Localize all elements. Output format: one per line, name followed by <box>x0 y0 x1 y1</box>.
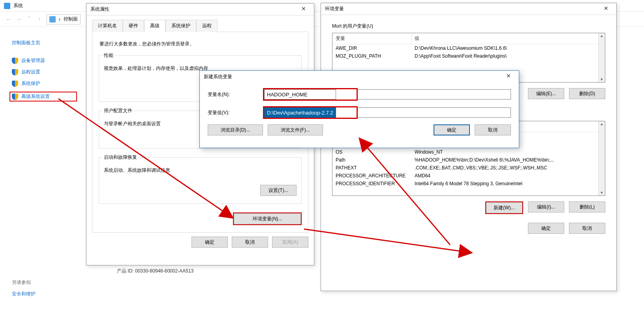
table-row[interactable]: PROCESSOR_ARCHITECTUREAMD64 <box>332 172 598 180</box>
edit-button[interactable]: 编辑(E)... <box>528 88 564 99</box>
chevron-up-icon[interactable]: ▲ <box>600 34 604 38</box>
delete-button[interactable]: 删除(D) <box>569 88 605 99</box>
settings-button[interactable]: 设置(T)... <box>260 185 297 196</box>
sidebar-item-label: 设备管理器 <box>21 57 45 64</box>
table-row[interactable]: MOZ_PLUGIN_PATHD:\App\Foxit Software\Fox… <box>332 52 598 60</box>
dialog-footer: 确定 取消 <box>321 214 616 234</box>
cp-home-link[interactable]: 控制面板主页 <box>12 39 77 46</box>
group-legend: 启动和故障恢复 <box>102 154 139 161</box>
shield-icon <box>12 69 18 75</box>
close-icon[interactable]: ✕ <box>297 6 310 13</box>
scrollbar[interactable]: ▲▼ <box>598 33 605 82</box>
var-value-input-ext[interactable] <box>358 107 511 118</box>
ok-button[interactable]: 确定 <box>528 223 564 234</box>
chevron-down-icon[interactable]: ▼ <box>600 191 604 195</box>
edit-button[interactable]: 编辑(I)... <box>528 201 564 212</box>
dialog-footer: 浏览目录(D)... 浏览文件(F)... 确定 取消 <box>200 124 519 139</box>
var-value-input[interactable] <box>264 107 336 118</box>
shield-icon <box>12 58 18 64</box>
control-panel-sidebar: 控制面板主页 设备管理器 远程设置 系统保护 高级系统设置 另请参阅 安全和维护 <box>0 36 85 306</box>
scrollbar[interactable]: ▲▼ <box>598 121 605 195</box>
table-row[interactable]: PATHEXT.COM;.EXE;.BAT;.CMD;.VBS;.VBE;.JS… <box>332 164 598 172</box>
chevron-down-icon[interactable]: ▼ <box>600 77 604 81</box>
sidebar-item-label: 系统保护 <box>21 80 40 87</box>
group-legend: 性能 <box>102 52 115 59</box>
admin-note: 要进行大多数更改，您必须作为管理员登录。 <box>100 41 301 47</box>
apply-button[interactable]: 应用(A) <box>272 237 308 248</box>
dialog-titlebar: 系统属性 ✕ <box>86 4 314 15</box>
sidebar-item-advanced-settings[interactable]: 高级系统设置 <box>9 92 77 101</box>
new-system-var-dialog: 新建系统变量 ✕ 变量名(N): 变量值(V): 浏览目录(D)... 浏览文件… <box>199 70 519 148</box>
group-startup: 启动和故障恢复 系统启动、系统故障和调试信息 设置(T)... <box>99 157 302 204</box>
browse-dir-button[interactable]: 浏览目录(D)... <box>208 124 263 135</box>
table-row[interactable]: AWE_DIRD:\Dev\Khrona LLC\Awesomium SDK\1… <box>332 44 598 52</box>
address-bar[interactable]: › 控制面 <box>47 14 81 24</box>
var-name-input-ext[interactable] <box>358 89 511 100</box>
sidebar-item-label: 远程设置 <box>21 69 40 75</box>
table-row[interactable]: OSWindows_NT <box>332 148 598 156</box>
dialog-title: 环境变量 <box>325 6 344 12</box>
ok-button[interactable]: 确定 <box>192 237 228 248</box>
breadcrumb[interactable]: 控制面 <box>64 16 78 23</box>
chevron-right-icon: › <box>59 17 60 22</box>
dialog-title: 新建系统变量 <box>204 73 232 80</box>
shield-icon <box>12 94 18 100</box>
sidebar-item-protection[interactable]: 系统保护 <box>12 80 77 87</box>
sidebar-item-label: 安全和维护 <box>12 291 36 297</box>
tab-advanced[interactable]: 高级 <box>144 20 165 32</box>
recent-icon[interactable]: ˅ <box>26 16 32 23</box>
cancel-button[interactable]: 取消 <box>232 237 268 248</box>
sidebar-item-remote[interactable]: 远程设置 <box>12 69 77 75</box>
tabs: 计算机名 硬件 高级 系统保护 远程 <box>86 15 314 32</box>
th-val[interactable]: 值 <box>411 33 598 44</box>
dialog-titlebar: 新建系统变量 ✕ <box>200 71 519 83</box>
ok-button[interactable]: 确定 <box>434 124 470 135</box>
product-id: 产品 ID: 00330-80948-60002-AA513 <box>117 268 193 274</box>
chevron-up-icon[interactable]: ▲ <box>600 122 604 126</box>
var-name-input[interactable] <box>264 89 336 100</box>
window-title: 系统 <box>13 2 23 9</box>
var-name-row: 变量名(N): <box>208 88 511 101</box>
back-icon[interactable]: ← <box>6 16 12 23</box>
highlight: 新建(W)... <box>485 201 523 214</box>
close-icon[interactable]: ✕ <box>600 5 612 13</box>
group-legend: 用户配置文件 <box>102 107 134 114</box>
system-icon <box>4 3 10 9</box>
pc-icon <box>49 16 56 23</box>
up-icon[interactable]: ↑ <box>36 16 43 23</box>
var-value-label: 变量值(V): <box>208 109 263 116</box>
sidebar-item-label: 高级系统设置 <box>21 93 50 100</box>
th-var[interactable]: 变量 <box>332 33 411 44</box>
close-icon[interactable]: ✕ <box>502 73 515 81</box>
table-header: 变量 值 <box>332 33 598 44</box>
cancel-button[interactable]: 取消 <box>569 223 605 234</box>
dialog-footer: 确定 取消 应用(A) <box>86 233 314 253</box>
shield-icon <box>12 81 18 87</box>
env-vars-button[interactable]: 环境变量(N)... <box>234 213 301 224</box>
forward-icon[interactable]: → <box>16 16 22 23</box>
sys-vars-buttons: 新建(W)... 编辑(I)... 删除(L) <box>321 201 605 214</box>
table-row[interactable]: PROCESSOR_IDENTIFIERIntel64 Family 6 Mod… <box>332 180 598 188</box>
user-vars-label: Mort 的用户变量(U) <box>332 23 616 30</box>
tab-hardware[interactable]: 硬件 <box>123 20 144 32</box>
var-value-row: 变量值(V): <box>208 106 511 119</box>
see-also-label: 另请参阅 <box>12 279 77 286</box>
dialog-titlebar: 环境变量 ✕ <box>321 3 616 15</box>
tab-protection[interactable]: 系统保护 <box>165 20 196 32</box>
table-row[interactable]: Path%HADOOP_HOME%\bin;D:\Dev\Xshell 6\;%… <box>332 156 598 164</box>
tab-remote[interactable]: 远程 <box>196 20 218 32</box>
var-name-label: 变量名(N): <box>208 91 263 98</box>
cancel-button[interactable]: 取消 <box>475 124 511 135</box>
sidebar-item-device-manager[interactable]: 设备管理器 <box>12 57 77 64</box>
delete-button[interactable]: 删除(L) <box>569 201 605 212</box>
group-desc: 系统启动、系统故障和调试信息 <box>104 167 297 174</box>
new-button[interactable]: 新建(W)... <box>486 202 522 213</box>
browse-file-button[interactable]: 浏览文件(F)... <box>268 124 323 135</box>
dialog-title: 系统属性 <box>90 6 109 13</box>
sidebar-item-security[interactable]: 安全和维护 <box>12 291 77 297</box>
tab-computer-name[interactable]: 计算机名 <box>92 20 123 32</box>
